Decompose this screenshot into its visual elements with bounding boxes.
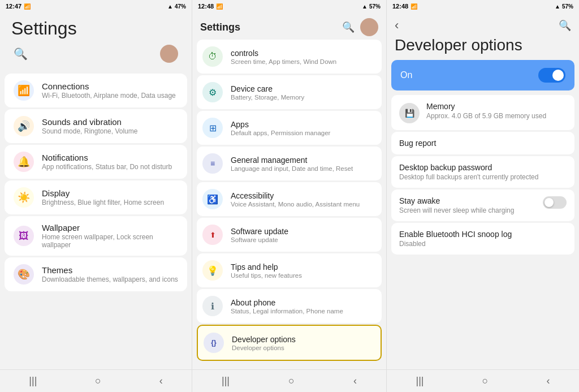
- general-title: General management: [231, 156, 353, 165]
- panel1-header: Settings 🔍: [0, 12, 192, 72]
- sounds-title: Sounds and vibration: [42, 117, 137, 127]
- list-item-general[interactable]: ≡ General management Language and input,…: [197, 147, 382, 180]
- dev-item-memory[interactable]: 💾 Memory Approx. 4.0 GB of 5.9 GB memory…: [391, 95, 574, 130]
- sidebar-item-notifications[interactable]: 🔔 Notifications App notifications, Statu…: [5, 145, 187, 179]
- battery-1: 47%: [175, 3, 186, 10]
- stay-awake-toggle[interactable]: [543, 196, 567, 209]
- nav-recents-2[interactable]: |||: [222, 375, 230, 387]
- sidebar-item-sounds[interactable]: 🔊 Sounds and vibration Sound mode, Ringt…: [5, 109, 187, 143]
- avatar-2[interactable]: [360, 18, 378, 36]
- tips-icon: 💡: [202, 260, 223, 281]
- notifications-subtitle: App notifications, Status bar, Do not di…: [42, 163, 172, 171]
- controls-title: controls: [231, 49, 336, 58]
- list-item-apps[interactable]: ⊞ Apps Default apps, Permission manager: [197, 111, 382, 145]
- battery-3: 57%: [562, 3, 573, 10]
- nav-home-1[interactable]: ○: [95, 375, 101, 387]
- wallpaper-title: Wallpaper: [42, 223, 178, 232]
- desktop-backup-subtitle: Desktop full backups aren't currently pr…: [399, 173, 567, 181]
- list-item-developer[interactable]: {} Developer options Developer options: [197, 325, 382, 361]
- battery-2: 57%: [369, 3, 381, 10]
- software-title: Software update: [231, 227, 288, 236]
- wallpaper-icon: 🖼: [14, 226, 34, 246]
- stay-awake-title: Stay awake: [399, 196, 536, 205]
- page-title-3: Developer options: [387, 36, 579, 60]
- panel3-header: ‹ 🔍: [387, 12, 579, 36]
- bottom-nav-2: ||| ○ ‹: [192, 369, 386, 392]
- list-item-controls[interactable]: ⏱ controls Screen time, App timers, Wind…: [197, 40, 382, 74]
- bluetooth-hci-subtitle: Disabled: [399, 240, 567, 248]
- time-3: 12:48: [392, 3, 408, 10]
- wallpaper-subtitle: Home screen wallpaper, Lock screen wallp…: [42, 233, 178, 249]
- wifi-icon-1: ▲: [167, 3, 173, 10]
- accessibility-icon: ♿: [202, 189, 223, 209]
- general-subtitle: Language and input, Date and time, Reset: [231, 165, 353, 172]
- about-subtitle: Status, Legal information, Phone name: [231, 308, 343, 315]
- notifications-icon: 🔔: [14, 152, 34, 172]
- search-icon-3[interactable]: 🔍: [559, 19, 571, 32]
- sidebar-item-connections[interactable]: 📶 Connections Wi-Fi, Bluetooth, Airplane…: [5, 74, 187, 107]
- controls-subtitle: Screen time, App timers, Wind Down: [231, 58, 336, 65]
- status-bar-2: 12:48 📶 ▲ 57%: [192, 0, 386, 12]
- developer-title: Developer options: [232, 335, 296, 344]
- device-care-subtitle: Battery, Storage, Memory: [231, 94, 304, 101]
- themes-icon: 🎨: [14, 264, 34, 285]
- desktop-backup-title: Desktop backup password: [399, 163, 567, 172]
- display-title: Display: [42, 188, 164, 198]
- software-subtitle: Software update: [231, 236, 288, 243]
- connections-title: Connections: [42, 81, 176, 91]
- memory-subtitle: Approx. 4.0 GB of 5.9 GB memory used: [426, 112, 567, 120]
- dev-item-stay-awake[interactable]: Stay awake Screen will never sleep while…: [391, 189, 574, 221]
- nav-recents-3[interactable]: |||: [416, 375, 424, 387]
- back-icon-3[interactable]: ‹: [395, 18, 399, 33]
- panel-settings-list: 12:48 📶 ▲ 57% Settings 🔍 ⏱ controls Scre…: [192, 0, 387, 392]
- apps-subtitle: Default apps, Permission manager: [231, 130, 330, 136]
- on-off-toggle[interactable]: [538, 68, 565, 83]
- list-item-tips[interactable]: 💡 Tips and help Useful tips, new feature…: [197, 253, 382, 287]
- developer-toggle-bar[interactable]: On: [391, 60, 574, 91]
- list-item-software[interactable]: ⬆ Software update Software update: [197, 218, 382, 252]
- nav-back-1[interactable]: ‹: [159, 375, 163, 387]
- sidebar-item-display[interactable]: ☀️ Display Brightness, Blue light filter…: [5, 180, 187, 214]
- search-icon-2[interactable]: 🔍: [342, 21, 355, 33]
- list-item-accessibility[interactable]: ♿ Accessibility Voice Assistant, Mono au…: [197, 182, 382, 216]
- accessibility-subtitle: Voice Assistant, Mono audio, Assistant m…: [231, 201, 360, 208]
- nav-recents-1[interactable]: |||: [29, 375, 37, 387]
- stay-awake-toggle-knob: [545, 198, 554, 207]
- toggle-on-label: On: [400, 70, 412, 80]
- panel3-nav: ‹: [395, 18, 399, 33]
- dev-item-bluetooth-hci[interactable]: Enable Bluetooth HCI snoop log Disabled: [391, 223, 574, 255]
- apps-title: Apps: [231, 120, 330, 129]
- nav-home-3[interactable]: ○: [482, 375, 489, 387]
- bluetooth-hci-title: Enable Bluetooth HCI snoop log: [399, 230, 567, 239]
- search-row-1: 🔍: [11, 45, 180, 63]
- about-icon: ℹ: [202, 296, 223, 316]
- general-icon: ≡: [202, 153, 223, 174]
- settings-list-1: 📶 Connections Wi-Fi, Bluetooth, Airplane…: [0, 72, 192, 369]
- connections-icon: 📶: [14, 80, 34, 101]
- dev-item-desktop-backup[interactable]: Desktop backup password Desktop full bac…: [391, 156, 574, 188]
- avatar-1[interactable]: [160, 45, 178, 63]
- list-item-device-care[interactable]: ⚙ Device care Battery, Storage, Memory: [197, 75, 382, 109]
- nav-home-2[interactable]: ○: [288, 375, 295, 387]
- page-title-2: Settings: [200, 21, 240, 33]
- sidebar-item-themes[interactable]: 🎨 Themes Downloadable themes, wallpapers…: [5, 257, 187, 291]
- controls-icon: ⏱: [202, 46, 223, 67]
- about-title: About phone: [231, 298, 343, 307]
- sidebar-item-wallpaper[interactable]: 🖼 Wallpaper Home screen wallpaper, Lock …: [5, 216, 187, 256]
- status-bar-1: 12:47 📶 ▲ 47%: [0, 0, 192, 12]
- display-subtitle: Brightness, Blue light filter, Home scre…: [42, 199, 164, 206]
- search-icon-1[interactable]: 🔍: [14, 47, 28, 61]
- list-item-about[interactable]: ℹ About phone Status, Legal information,…: [197, 289, 382, 323]
- tips-title: Tips and help: [231, 262, 302, 272]
- display-icon: ☀️: [14, 187, 34, 208]
- nav-back-3[interactable]: ‹: [546, 375, 550, 387]
- nav-back-2[interactable]: ‹: [353, 375, 357, 387]
- device-care-icon: ⚙: [202, 82, 223, 102]
- dev-item-bug-report[interactable]: Bug report: [391, 132, 574, 154]
- bottom-nav-1: ||| ○ ‹: [0, 369, 192, 392]
- wifi-icon-3: ▲: [555, 3, 560, 10]
- time-1: 12:47: [6, 3, 21, 10]
- header-icons-2: 🔍: [342, 18, 378, 36]
- bug-report-title: Bug report: [399, 139, 567, 148]
- developer-icon: {}: [204, 333, 224, 353]
